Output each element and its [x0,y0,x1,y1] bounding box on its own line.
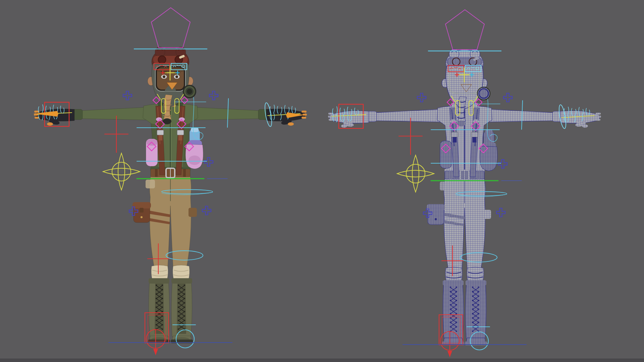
floor-strip [0,359,644,362]
floor-edge-line [0,359,644,359]
viewport-background[interactable] [0,0,644,362]
viewport-canvas[interactable] [0,0,644,362]
